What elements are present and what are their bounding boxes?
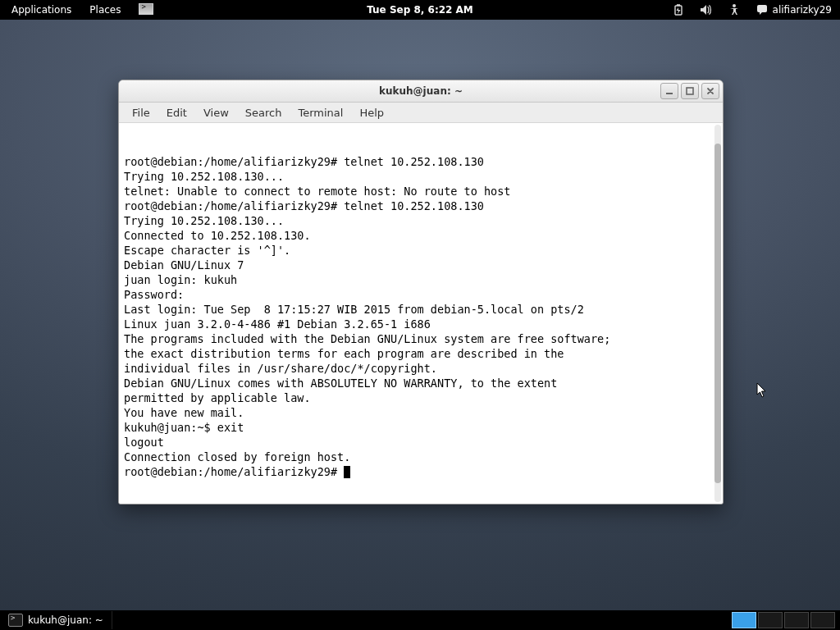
terminal-line: Password: [124, 287, 718, 302]
taskbar-label: kukuh@juan: ~ [28, 614, 103, 626]
menu-file[interactable]: File [124, 105, 158, 121]
terminal-prompt-line: root@debian:/home/alifiarizky29# [124, 464, 718, 479]
close-button[interactable] [701, 83, 719, 99]
terminal-line: root@debian:/home/alifiarizky29# telnet … [124, 199, 718, 213]
window-titlebar[interactable]: kukuh@juan: ~ [119, 80, 723, 103]
svg-marker-2 [676, 7, 680, 14]
terminal-line: logout [124, 435, 718, 450]
terminal-line: Escape character is '^]'. [124, 243, 718, 258]
menu-search[interactable]: Search [237, 105, 290, 121]
accessibility-icon[interactable] [728, 3, 741, 16]
terminal-line: Debian GNU/Linux comes with ABSOLUTELY N… [124, 376, 718, 390]
workspace-4[interactable] [810, 612, 835, 628]
terminal-cursor [344, 466, 350, 478]
svg-rect-1 [677, 4, 680, 6]
terminal-line: Connected to 10.252.108.130. [124, 228, 718, 243]
top-panel: Applications Places Tue Sep 8, 6:22 AM [0, 0, 840, 20]
volume-icon[interactable] [700, 3, 713, 16]
minimize-button[interactable] [660, 83, 678, 99]
menu-help[interactable]: Help [351, 105, 392, 121]
terminal-line: Trying 10.252.108.130... [124, 169, 718, 184]
terminal-window: kukuh@juan: ~ File Edit View Search Term… [118, 80, 724, 504]
terminal-line: Trying 10.252.108.130... [124, 213, 718, 228]
terminal-line: Linux juan 3.2.0-4-486 #1 Debian 3.2.65-… [124, 317, 718, 331]
clock[interactable]: Tue Sep 8, 6:22 AM [367, 4, 473, 16]
user-menu[interactable]: alifiarizky29 [756, 3, 832, 16]
monitor-icon [139, 3, 153, 15]
workspace-1[interactable] [732, 612, 756, 628]
terminal-line: kukuh@juan:~$ exit [124, 420, 718, 435]
terminal-line: You have new mail. [124, 405, 718, 420]
battery-icon[interactable] [672, 3, 685, 16]
svg-rect-7 [666, 93, 673, 94]
system-monitor-launcher[interactable] [134, 3, 158, 17]
terminal-menubar: File Edit View Search Terminal Help [119, 103, 723, 123]
terminal-line: root@debian:/home/alifiarizky29# telnet … [124, 154, 718, 169]
svg-rect-5 [757, 5, 767, 12]
user-name-label: alifiarizky29 [773, 4, 832, 16]
places-menu[interactable]: Places [84, 4, 126, 16]
bottom-panel: kukuh@juan: ~ [0, 610, 840, 630]
terminal-line: telnet: Unable to connect to remote host… [124, 184, 718, 199]
terminal-line: The programs included with the Debian GN… [124, 331, 718, 346]
terminal-line: Last login: Tue Sep 8 17:15:27 WIB 2015 … [124, 302, 718, 317]
svg-point-4 [733, 4, 736, 7]
applications-menu[interactable]: Applications [7, 4, 76, 16]
workspace-2[interactable] [758, 612, 783, 628]
terminal-body[interactable]: root@debian:/home/alifiarizky29# telnet … [119, 123, 723, 504]
maximize-button[interactable] [681, 83, 699, 99]
scrollbar-thumb[interactable] [714, 144, 721, 483]
terminal-line: juan login: kukuh [124, 272, 718, 287]
workspace-switcher [732, 612, 840, 628]
taskbar-terminal-button[interactable]: kukuh@juan: ~ [3, 611, 112, 629]
terminal-line: individual files in /usr/share/doc/*/cop… [124, 361, 718, 376]
user-available-icon [756, 3, 769, 16]
terminal-icon [8, 614, 23, 627]
menu-view[interactable]: View [195, 105, 237, 121]
window-title: kukuh@juan: ~ [379, 85, 463, 97]
svg-rect-8 [687, 88, 693, 94]
terminal-line: Connection closed by foreign host. [124, 450, 718, 464]
terminal-line: permitted by applicable law. [124, 390, 718, 405]
terminal-scrollbar[interactable] [714, 125, 721, 502]
menu-terminal[interactable]: Terminal [290, 105, 351, 121]
terminal-line: Debian GNU/Linux 7 [124, 258, 718, 272]
menu-edit[interactable]: Edit [158, 105, 195, 121]
workspace-3[interactable] [784, 612, 809, 628]
terminal-line: the exact distribution terms for each pr… [124, 346, 718, 361]
svg-marker-3 [701, 5, 706, 15]
